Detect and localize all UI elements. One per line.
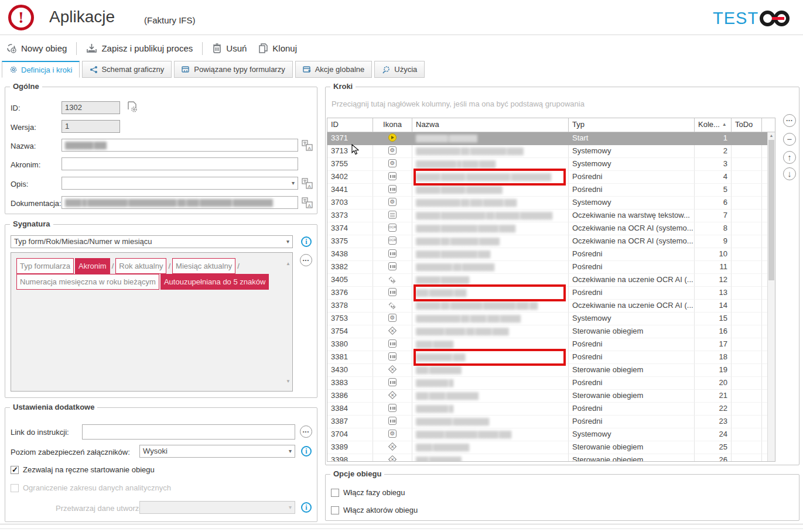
- acronym-input[interactable]: [61, 157, 298, 170]
- table-row[interactable]: 3374 OCR ██████ █████████ █████ ████ Ocz…: [327, 222, 775, 235]
- signature-tag[interactable]: Typ formularza: [16, 258, 74, 274]
- form-icon: [388, 339, 397, 348]
- table-row[interactable]: 3378 ██████ ██ ████████ ████████ ███ ██ …: [327, 300, 775, 313]
- enable-actors-checkbox-row[interactable]: Włącz aktorów obiegu: [331, 506, 418, 514]
- column-header-type[interactable]: Typ: [569, 118, 695, 132]
- tab-powiazane-typy-formularzy[interactable]: Powiązane typy formularzy: [174, 61, 292, 78]
- id-field: 1302: [61, 101, 120, 114]
- enable-phases-checkbox[interactable]: [331, 489, 339, 497]
- table-row[interactable]: 3371 ████████ ███████ Start 1: [327, 132, 775, 145]
- table-row[interactable]: 3441 ██████ ██████ █████████ Pośredni 5: [327, 184, 775, 197]
- table-row[interactable]: 3753 ⚙ ███████████ ██ ████ ███ █████ Sys…: [327, 313, 775, 325]
- translate-icon[interactable]: A: [302, 197, 313, 211]
- table-row[interactable]: 3383 ████████ █ Pośredni 20: [327, 377, 775, 390]
- translate-icon[interactable]: A: [302, 178, 313, 191]
- manual-start-checkbox[interactable]: [11, 466, 19, 474]
- attachment-security-combobox[interactable]: Wysoki▾: [139, 445, 295, 458]
- signature-tag[interactable]: Numeracja miesięczna w roku bieżącym: [16, 274, 159, 290]
- tab-akcje-globalne[interactable]: Akcje globalne: [295, 61, 373, 78]
- move-step-down-button[interactable]: ↓: [783, 167, 796, 180]
- column-header-todo[interactable]: ToDo: [732, 118, 762, 132]
- description-combobox[interactable]: ▾: [61, 177, 298, 190]
- move-step-up-button[interactable]: ↑: [783, 151, 796, 164]
- name-input[interactable]: ███████ ███: [61, 139, 298, 152]
- clone-button[interactable]: Klonuj: [252, 40, 303, 56]
- table-row[interactable]: 3382 █████████ ██ ████████ Pośredni 11: [327, 261, 775, 274]
- table-row[interactable]: 3387 █████████ █████████ Pośredni 23: [327, 416, 775, 428]
- manual-start-checkbox-row[interactable]: Zezwalaj na ręczne startowanie obiegu: [11, 465, 155, 474]
- cell-icon: OCR: [373, 222, 412, 235]
- column-header-id[interactable]: ID: [327, 118, 373, 132]
- signature-tag[interactable]: Akronim: [75, 258, 110, 274]
- cell-name: ██████████ █ ████ ████: [412, 158, 569, 171]
- cell-type: Pośredni: [569, 184, 695, 197]
- column-header-order[interactable]: Kole...▲: [695, 118, 732, 132]
- remove-step-button[interactable]: −: [783, 133, 796, 146]
- table-row[interactable]: 3380 ████ █████ Pośredni 17: [327, 338, 775, 351]
- tab-schemat-graficzny[interactable]: Schemat graficzny: [82, 61, 172, 78]
- info-icon[interactable]: [301, 236, 312, 247]
- cell-name: ███████████ ██ ███ █████ ███: [412, 197, 569, 210]
- chevron-down-icon[interactable]: ▾: [286, 238, 289, 245]
- instruction-link-input[interactable]: [82, 424, 295, 440]
- signature-tag[interactable]: Rok aktualny: [115, 258, 166, 274]
- table-row[interactable]: 3375 OCR ██████ ██ ███████ █████ Oczekiw…: [327, 235, 775, 248]
- table-row[interactable]: 3384 ████████ █ Pośredni 22: [327, 403, 775, 416]
- documentation-input[interactable]: ████ █ ██████████ ████████████ ██ ███ ██…: [61, 196, 298, 209]
- cell-order: 25: [695, 441, 732, 454]
- enable-actors-checkbox[interactable]: [331, 506, 339, 514]
- save-publish-button[interactable]: Zapisz i publikuj proces: [80, 40, 199, 56]
- chevron-down-icon[interactable]: ▾: [289, 448, 292, 454]
- table-row[interactable]: 3405 ██████ ███████ Oczekiwanie na uczen…: [327, 274, 775, 287]
- new-flow-button[interactable]: Nowy obieg: [0, 40, 73, 56]
- version-field: 1: [61, 120, 120, 133]
- table-row[interactable]: 3704 ⚙ ███████ ████████ █████ ███ System…: [327, 428, 775, 441]
- enable-phases-checkbox-row[interactable]: Włącz fazy obiegu: [331, 488, 405, 497]
- info-icon[interactable]: [301, 446, 312, 457]
- cell-name: ████ █████████: [412, 441, 569, 454]
- table-row[interactable]: 3381 █████████ ███ Pośredni 18: [327, 351, 775, 364]
- table-row[interactable]: 3703 ⚙ ███████████ ██ ███ █████ ███ Syst…: [327, 197, 775, 210]
- cell-todo: [732, 313, 762, 325]
- scrollbar-thumb[interactable]: [768, 140, 774, 280]
- page-title: Aplikacje: [49, 8, 115, 26]
- scroll-up-icon[interactable]: ▲: [286, 256, 291, 271]
- table-row[interactable]: 3389 ✕ ████ █████████ Sterowanie obiegie…: [327, 441, 775, 454]
- table-row[interactable]: 3402 ██████ ██████ ███████████ █████████…: [327, 171, 775, 184]
- table-row[interactable]: 3386 ✕ ███ ████ ████████ Sterowanie obie…: [327, 390, 775, 403]
- table-row[interactable]: 3755 ⚙ ██████████ █ ████ ████ Systemowy …: [327, 158, 775, 171]
- generate-id-icon[interactable]: [127, 101, 138, 116]
- translate-icon[interactable]: A: [302, 140, 313, 153]
- table-row[interactable]: 3398 ✕ ███ ████████ Sterowanie obiegiem …: [327, 454, 775, 462]
- table-row[interactable]: 3438 ██████ █████████ ███ Pośredni 10: [327, 248, 775, 261]
- signature-tag[interactable]: Miesiąc aktualny: [172, 258, 235, 274]
- table-row[interactable]: 3376 ███ ██████ ███ Pośredni 13: [327, 287, 775, 300]
- column-header-name[interactable]: Nazwa: [412, 118, 569, 132]
- scroll-down-icon[interactable]: ▼: [286, 374, 291, 389]
- column-header-icon[interactable]: Ikona: [373, 118, 412, 132]
- table-row[interactable]: 3713 ⚙ ███████████ ██ █████████ ████ Sys…: [327, 145, 775, 158]
- info-icon[interactable]: [301, 502, 312, 513]
- vertical-scrollbar[interactable]: ▲: [767, 132, 775, 461]
- signature-preset-combobox[interactable]: Typ form/Rok/Miesiac/Numer w miesiącu▾: [11, 235, 293, 248]
- tab-definicja-i-kroki[interactable]: Definicja i kroki: [2, 61, 80, 78]
- delete-button[interactable]: Usuń: [206, 40, 252, 56]
- header: ! Aplikacje (Faktury IFS) TEST: [0, 0, 803, 35]
- chevron-down-icon[interactable]: ▾: [292, 180, 295, 186]
- scrollbar-up-icon[interactable]: ▲: [768, 133, 775, 138]
- browse-link-button[interactable]: [300, 425, 312, 438]
- signature-tag[interactable]: Autouzupełniana do 5 znaków: [160, 274, 269, 290]
- signature-tags-area[interactable]: ▲ ▼ Typ formularzaAkronim/Rok aktualny/M…: [11, 252, 293, 392]
- table-row[interactable]: 3430 ✕ ███ ████████ Sterowanie obiegiem …: [327, 364, 775, 377]
- table-more-options-button[interactable]: •••: [783, 114, 796, 127]
- cell-icon: [373, 248, 412, 261]
- splitter-line[interactable]: [0, 524, 803, 524]
- table-row[interactable]: 3754 ✕ ███████ █████ ██ ████ ████ Sterow…: [327, 325, 775, 338]
- table-row[interactable]: 3373 ██████ ███████████ ██ ██████ ██████…: [327, 210, 775, 222]
- tab-uzycia[interactable]: Użycia: [374, 61, 425, 78]
- cell-id: 3703: [327, 197, 373, 210]
- cell-type: Pośredni: [569, 287, 695, 300]
- cell-id: 3371: [327, 132, 373, 145]
- cell-type: Sterowanie obiegiem: [569, 454, 695, 462]
- more-options-button[interactable]: [300, 254, 312, 266]
